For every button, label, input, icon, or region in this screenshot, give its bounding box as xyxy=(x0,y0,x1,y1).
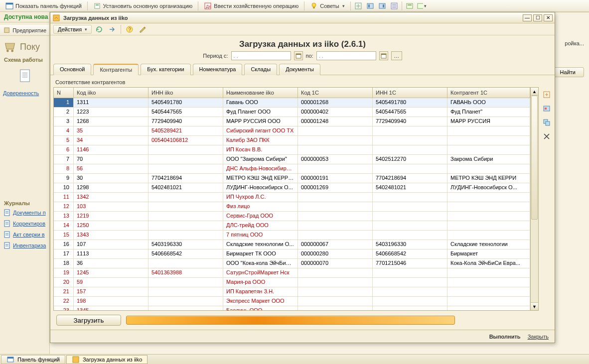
toolbar-icon-6[interactable]: ▾ xyxy=(416,1,427,11)
enterprise-toolbar-item[interactable]: Предприятие xyxy=(0,25,49,36)
close-link[interactable]: Закрыть xyxy=(528,334,549,340)
cell-inn-1c xyxy=(373,136,447,145)
table-row[interactable]: 1711135406668542Бирмаркет ТК ООО00000028… xyxy=(54,249,530,259)
cell-counterparty-1c xyxy=(447,221,530,230)
col-header-code-iiko[interactable]: Код iiko xyxy=(74,88,148,98)
table-row[interactable]: 9307704218694МЕТРО КЭШ ЭНД КЕРРИ...00000… xyxy=(54,174,530,183)
placeholder: . . xyxy=(319,53,323,59)
tab-2[interactable]: Бух. категории xyxy=(141,64,190,75)
period-choose-button[interactable]: … xyxy=(391,51,402,60)
table-row[interactable]: 22198Экспресс Маркет ООО xyxy=(54,297,530,306)
cell-code-iiko: 198 xyxy=(74,297,148,306)
minimize-button[interactable]: — xyxy=(523,14,532,21)
scroll-down-button[interactable]: ▼ xyxy=(531,302,538,310)
grid-body[interactable]: 113115405491780Гавань ООО000001268540549… xyxy=(54,98,530,310)
side-action-2[interactable] xyxy=(542,104,551,113)
toolbar-icon-1[interactable] xyxy=(353,1,364,11)
task-iiko-dialog[interactable]: Загрузка данных из iiko xyxy=(66,355,147,364)
table-row[interactable]: 161075403196330Складские технологии О...… xyxy=(54,240,530,249)
execute-link[interactable]: Выполнить xyxy=(489,334,521,340)
toolbar-icon-5[interactable] xyxy=(404,1,415,11)
journal-link[interactable]: Инвентариза xyxy=(0,240,49,251)
tab-0[interactable]: Основной xyxy=(53,64,91,75)
table-row[interactable]: 1836ООО "Кока-кола ЭйчБиСи...00000007077… xyxy=(54,259,530,268)
tab-1[interactable]: Контрагенты xyxy=(93,64,139,75)
settings-label-fragment: ройка... xyxy=(565,40,584,46)
cell-code-iiko: 35 xyxy=(74,126,148,135)
journal-link[interactable]: Корректиров xyxy=(0,218,49,229)
side-action-delete[interactable] xyxy=(542,132,551,141)
date-from-input[interactable]: . . xyxy=(231,51,291,60)
table-row[interactable]: 111342ИП Чухров Л.С. xyxy=(54,193,530,202)
cell-inn-1c xyxy=(373,221,447,230)
titlebar[interactable]: Загрузка данных из iiko — ☐ ✕ xyxy=(50,12,555,23)
table-row[interactable]: 12103Физ лицо xyxy=(54,202,530,212)
col-header-code-1c[interactable]: Код 1С xyxy=(298,88,373,98)
table-row[interactable]: 2059Мария-ра ООО xyxy=(54,278,530,287)
show-function-panel-button[interactable]: Показать панель функций xyxy=(2,0,85,11)
scroll-up-button[interactable]: ▲ xyxy=(531,88,538,96)
cell-code-1c xyxy=(298,306,373,310)
table-row[interactable]: 231345Баолинь ООО xyxy=(54,306,530,310)
tab-5[interactable]: Документы xyxy=(279,64,320,75)
go-icon-button[interactable] xyxy=(107,24,118,34)
table-row[interactable]: 1912455401363988СатурнСтройМаркет Нск xyxy=(54,268,530,278)
table-row[interactable]: 141250ДЛС-трейд ООО xyxy=(54,221,530,231)
table-row[interactable]: 770ООО "Закрома Сибири"00000005354025122… xyxy=(54,155,530,164)
calendar-from-button[interactable] xyxy=(294,51,303,60)
set-main-org-button[interactable]: Установить основную организацию xyxy=(90,0,196,11)
side-action-3[interactable] xyxy=(542,118,551,127)
table-row[interactable]: 131219Сервис-Град ООО xyxy=(54,212,530,221)
attorney-link[interactable]: Доверенность xyxy=(0,89,49,98)
toolbar-icon-4[interactable] xyxy=(389,1,400,11)
maximize-button[interactable]: ☐ xyxy=(533,14,542,21)
table-row[interactable]: 113115405491780Гавань ООО000001268540549… xyxy=(54,98,530,108)
enter-operation-button[interactable]: Дк Ввести хозяйственную операцию xyxy=(200,0,302,11)
table-row[interactable]: 212235405447565Фуд Планет ООО00000040254… xyxy=(54,108,530,117)
cell-n: 3 xyxy=(54,117,74,126)
col-header-inn-iiko[interactable]: ИНН iiko xyxy=(148,88,223,98)
col-header-counterparty-1c[interactable]: Контрагент 1С xyxy=(447,88,530,98)
calendar-to-button[interactable] xyxy=(379,51,388,60)
table-row[interactable]: 312687729409940МАРР РУССИЯ ООО0000012487… xyxy=(54,117,530,126)
cell-counterparty-1c xyxy=(447,136,530,145)
toolbar-icon-3[interactable] xyxy=(377,1,388,11)
journal-link[interactable]: Документы п xyxy=(0,207,49,218)
vertical-scrollbar[interactable]: ▲ ▼ xyxy=(531,87,539,311)
table-row[interactable]: 4355405289421Сибирский гигант ООО ТХ xyxy=(54,126,530,136)
find-button[interactable]: Найти xyxy=(552,67,584,77)
table-row[interactable]: 534005404106812Калибр ЗАО ПКК xyxy=(54,136,530,145)
svg-rect-34 xyxy=(545,108,547,110)
col-header-name-iiko[interactable]: Наименование iiko xyxy=(223,88,298,98)
col-header-inn-1c[interactable]: ИНН 1С xyxy=(373,88,447,98)
journal-link[interactable]: Акт сверки в xyxy=(0,229,49,240)
tab-3[interactable]: Номенклатура xyxy=(193,64,243,75)
settings-icon-button[interactable] xyxy=(137,24,148,34)
tab-4[interactable]: Склады xyxy=(244,64,277,75)
cell-counterparty-1c xyxy=(447,278,530,287)
hints-button[interactable]: Советы ▾ xyxy=(306,0,348,11)
toolbar-icon-2[interactable] xyxy=(365,1,376,11)
app-icon xyxy=(72,356,80,364)
table-row[interactable]: 61146ИП Косач В.В. xyxy=(54,145,530,155)
cell-inn-iiko xyxy=(148,145,223,154)
svg-rect-2 xyxy=(95,3,100,8)
task-function-panel[interactable]: Панель функций xyxy=(1,355,65,364)
table-row[interactable]: 1513437 пятниц ООО xyxy=(54,231,530,240)
actions-menu-button[interactable]: Действия ▾ xyxy=(53,25,92,34)
refresh-icon-button[interactable] xyxy=(94,24,105,34)
table-row[interactable]: 21157ИП Карапетян З.Н. xyxy=(54,287,530,297)
col-header-n[interactable]: N xyxy=(54,88,74,98)
load-button[interactable]: Загрузить xyxy=(56,315,121,326)
table-row[interactable]: 856ДНС Альфа-Новосибирск... xyxy=(54,164,530,174)
scroll-track[interactable] xyxy=(531,96,538,302)
panel-icon xyxy=(5,2,13,10)
cell-inn-iiko: 5401363988 xyxy=(148,268,223,277)
help-icon-button[interactable]: ? xyxy=(124,24,135,34)
table-row[interactable]: 1012985402481021ЛУДИНГ-Новосибирск О...0… xyxy=(54,183,530,193)
side-action-1[interactable] xyxy=(542,90,551,99)
close-button[interactable]: ✕ xyxy=(544,14,553,21)
date-to-input[interactable]: . . xyxy=(316,51,376,60)
cell-name-iiko: Сервис-Град ООО xyxy=(223,212,298,221)
scroll-thumb[interactable] xyxy=(531,96,538,220)
